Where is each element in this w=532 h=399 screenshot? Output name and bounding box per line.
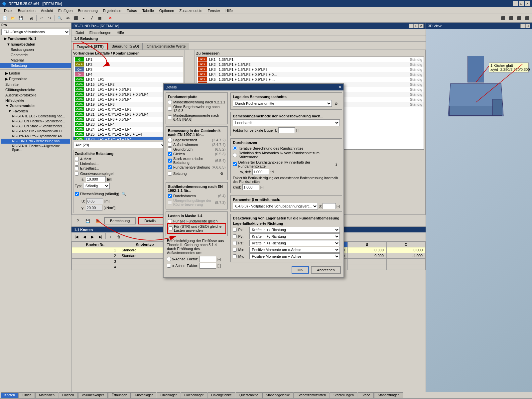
3d-min[interactable]: ─: [520, 24, 525, 28]
menu-optionen[interactable]: Optionen: [157, 8, 177, 13]
tree-lasten[interactable]: ▶ Lasten: [1, 70, 70, 76]
tab-linienlager[interactable]: Linienlager: [157, 392, 180, 398]
toolbar-print[interactable]: 🖨: [28, 15, 35, 22]
toolbar-save[interactable]: 💾: [17, 15, 25, 22]
toolbar-zoom[interactable]: 🔍: [56, 15, 64, 22]
menu-zusatzmodule[interactable]: Zusatzmodule: [177, 8, 205, 13]
definition-radio[interactable]: [233, 153, 237, 157]
menu-ergebnisse[interactable]: Ergebnisse: [100, 8, 124, 13]
tab-baugrund[interactable]: Baugrund (GEO): [108, 43, 143, 50]
details-ok-btn[interactable]: OK: [292, 266, 309, 274]
menu-hilfe[interactable]: Hilfe: [223, 8, 235, 13]
stark-exz-check[interactable]: [168, 159, 172, 163]
tab-volumen[interactable]: Volumenkörper: [78, 392, 108, 398]
einzellast-check[interactable]: [75, 166, 79, 170]
zb-lk1[interactable]: G?1 LK1 1.35*LF1 Ständig: [197, 57, 424, 62]
toolbar-redo[interactable]: ↪: [46, 15, 53, 22]
bemessungsmethode-select[interactable]: Leonhardt: [233, 119, 339, 126]
table-del[interactable]: 🗑: [115, 233, 122, 240]
toolbar-view[interactable]: 👁: [64, 15, 71, 22]
tree-glattungsbereiche[interactable]: Glättungsbereiche: [1, 87, 70, 92]
tab-stabexz[interactable]: Stabexzentrizitäten: [294, 392, 330, 398]
list-item-lf4[interactable]: Qs LF4: [73, 72, 183, 77]
zb-lk5[interactable]: G?1 LK5 1.35*LF1 + 1.5*LF2 + 0.9*LF3 + .…: [197, 77, 424, 82]
mindestbewehrung-check[interactable]: [168, 100, 172, 104]
berechnung-btn[interactable]: Berechnung: [104, 217, 136, 224]
auflast-check[interactable]: [75, 157, 79, 161]
maximize-btn[interactable]: □: [519, 1, 524, 6]
tree-rfdynamic[interactable]: RF-DYNAM Pro - Dynamische An...: [1, 134, 70, 139]
tree-eingabedaten[interactable]: ▼ Eingabedaten: [0, 42, 71, 47]
tab-materialen[interactable]: Materialen: [35, 392, 58, 398]
toolbar-x[interactable]: ✕: [106, 15, 114, 22]
faktor-input[interactable]: [278, 127, 295, 133]
table-add[interactable]: +: [107, 233, 114, 240]
tree-rfbeton-flaechen[interactable]: RF-BETON Flächen - Stahlbetonb...: [1, 119, 70, 124]
tab-flaechen[interactable]: Flächen: [59, 392, 78, 398]
export-btn[interactable]: 📤: [94, 217, 101, 224]
y-input[interactable]: [86, 205, 102, 211]
tab-flaechenlager[interactable]: Flächenlager: [181, 392, 207, 398]
fuer-alle-check[interactable]: [168, 219, 172, 223]
iterative-radio[interactable]: [233, 146, 237, 150]
details-btn[interactable]: Details...: [138, 217, 165, 224]
list-item-lf3[interactable]: Qw LF3: [73, 67, 183, 72]
tree-basisangaben[interactable]: Basisangaben: [0, 47, 71, 52]
tree-belastung[interactable]: Belastung: [0, 63, 71, 68]
tab-tragwerk[interactable]: Tragwerk (STR): [73, 43, 108, 50]
sub-menu-hilfe[interactable]: Hilfe: [114, 30, 127, 35]
tree-favoriten[interactable]: ▼ Favoriten: [1, 108, 70, 114]
sub-maximize[interactable]: □: [414, 24, 419, 28]
pz-select[interactable]: Kräfte in +z Richtung: [249, 240, 339, 246]
tree-ausdruckprotokolle[interactable]: Ausdruckprotokolle: [1, 92, 70, 98]
minimize-btn[interactable]: ─: [513, 1, 518, 6]
help-btn[interactable]: ?: [74, 217, 81, 224]
table-btn1[interactable]: |◀: [73, 233, 80, 240]
toolbar-surface[interactable]: ▦: [96, 15, 103, 22]
3d-max[interactable]: □: [525, 24, 530, 28]
toolbar-node[interactable]: •: [80, 15, 87, 22]
mindestbiege-check[interactable]: [168, 115, 172, 119]
lagesicherheit-check[interactable]: [168, 138, 172, 142]
u-input[interactable]: [86, 198, 103, 204]
tree-geometrie[interactable]: Geometrie: [0, 52, 71, 58]
module-selector[interactable]: FA1 - Design of foundations: [1, 29, 70, 35]
menu-datei[interactable]: Datei: [1, 8, 15, 13]
typ-select[interactable]: Ständig: [83, 183, 110, 189]
zb-lk4[interactable]: G?1 LK4 1.35*LF1 + 1.5*LF2 + 0.9*LF3 + 0…: [197, 72, 424, 77]
ohne-biege-check[interactable]: [168, 107, 172, 111]
ueberschuettung-info[interactable]: 🔍: [120, 190, 128, 198]
mx-select[interactable]: Positive Momente um x-Achse: [249, 247, 339, 253]
table-btn2[interactable]: ◀: [81, 233, 88, 240]
toolbar-right1[interactable]: ⬛: [499, 15, 507, 22]
tree-rfbeton-staebe[interactable]: RF-BETON Stäbe - Stahlbetonber...: [1, 124, 70, 129]
table-btn4[interactable]: ▶|: [97, 233, 104, 240]
my-check[interactable]: [233, 254, 237, 258]
table-btn3[interactable]: ▶: [89, 233, 96, 240]
sub-menu-einstellungen[interactable]: Einstellungen: [87, 30, 114, 35]
list-item-lf1[interactable]: G LF1: [73, 57, 183, 62]
ueberschuettung-check[interactable]: [75, 192, 79, 196]
zb-lk2[interactable]: G?1 LK2 1.35*LF1 + 1.5*LF2 Ständig: [197, 62, 424, 67]
py-check[interactable]: [233, 234, 237, 238]
tree-schnitte[interactable]: Schnitte: [1, 82, 70, 87]
lage-btn[interactable]: ⚙: [332, 100, 340, 107]
y-factor-input[interactable]: [200, 256, 216, 262]
tree-hilfsobjekte[interactable]: Hilfsobjekte: [1, 98, 70, 103]
details-close-btn[interactable]: ✕: [338, 85, 341, 89]
a-input[interactable]: [86, 176, 106, 182]
tab-knoten[interactable]: Knoten: [1, 392, 19, 398]
tree-material[interactable]: Material: [0, 58, 71, 63]
tree-ergebnisse[interactable]: ▶ Ergebnisse: [1, 76, 70, 82]
mx-check[interactable]: [233, 248, 237, 252]
tab-liniengelenke[interactable]: Liniengelenke: [207, 392, 235, 398]
beta-input[interactable]: [323, 203, 336, 209]
kred-input[interactable]: [242, 184, 259, 190]
kegel-check[interactable]: [233, 162, 237, 166]
toolbar-right4[interactable]: ⬛: [523, 15, 531, 22]
px-select[interactable]: Kräfte in +x Richtung: [249, 227, 339, 233]
y-achse-check[interactable]: [167, 257, 171, 261]
tree-fundament[interactable]: ▶ Fundament Nr. 1: [0, 36, 71, 42]
tree-rfstanz[interactable]: RF-STANZ Pro - Nachweis von Fl...: [1, 129, 70, 134]
x-achse-check[interactable]: [167, 264, 171, 268]
